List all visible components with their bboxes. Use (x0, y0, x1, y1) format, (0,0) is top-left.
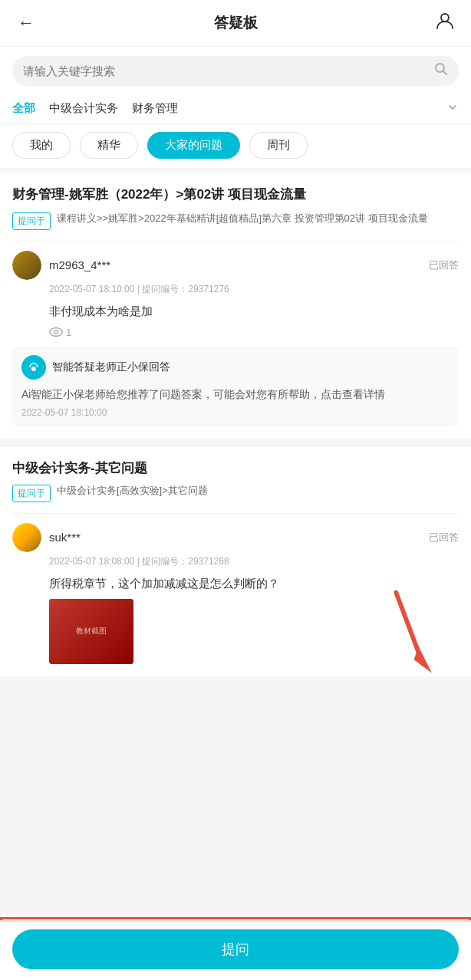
filter-weekly[interactable]: 周刊 (249, 132, 308, 159)
user-row-2: suk*** 已回答 (12, 523, 459, 552)
svg-point-0 (441, 14, 449, 21)
user-icon[interactable] (433, 11, 457, 35)
search-input[interactable] (23, 64, 434, 77)
ai-header-1: 智能答疑老师正小保回答 (21, 355, 450, 380)
svg-point-3 (50, 328, 62, 337)
question-text-1: 非付现成本为啥是加 (49, 302, 459, 321)
eye-icon (49, 327, 63, 337)
category-all[interactable]: 全部 (12, 101, 35, 116)
filter-everyone[interactable]: 大家的问题 (147, 132, 240, 159)
header: ← 答疑板 (0, 0, 471, 47)
card-2-title: 中级会计实务-其它问题 (12, 459, 459, 477)
svg-point-6 (31, 367, 36, 371)
status-2: 已回答 (429, 531, 459, 544)
card-1-tag-row: 提问于 课程讲义>>姚军胜>2022年基础精讲[超值精品]第六章 投资管理第02… (12, 211, 459, 230)
ai-time-1: 2022-05-07 18:10:00 (21, 407, 450, 418)
card-2-tag-row: 提问于 中级会计实务[高效实验]>其它问题 (12, 483, 459, 502)
search-icon (434, 62, 448, 80)
svg-point-4 (54, 331, 58, 334)
card-1-title: 财务管理-姚军胜（2022年）>第02讲 项目现金流量 (12, 185, 459, 205)
back-button[interactable]: ← (14, 13, 38, 33)
category-intermediate[interactable]: 中级会计实务 (49, 101, 118, 116)
username-2: suk*** (49, 531, 81, 544)
avatar-2 (12, 523, 41, 552)
search-bar (0, 47, 471, 95)
card-2: 中级会计实务-其它问题 提问于 中级会计实务[高效实验]>其它问题 suk***… (0, 447, 471, 676)
user-row-1: m2963_4*** 已回答 (12, 251, 459, 280)
card-1: 财务管理-姚军胜（2022年）>第02讲 项目现金流量 提问于 课程讲义>>姚军… (0, 173, 471, 439)
avatar-1 (12, 251, 41, 280)
card-1-tag: 提问于 (12, 212, 51, 230)
image-placeholder-text: 教材截图 (73, 623, 110, 640)
arrow-container: 教材截图 (12, 599, 459, 664)
annotation-arrow (367, 584, 443, 691)
view-row-1: 1 (49, 327, 459, 338)
question-image: 教材截图 (49, 599, 133, 664)
user-left-1: m2963_4*** (12, 251, 110, 280)
user-left-2: suk*** (12, 523, 81, 552)
svg-marker-8 (414, 646, 432, 673)
ai-name-1: 智能答疑老师正小保回答 (52, 360, 170, 374)
meta-2: 2022-05-07 18:08:00 | 提问编号：29371268 (49, 555, 459, 568)
page-title: 答疑板 (214, 13, 258, 33)
filter-highlights[interactable]: 精华 (80, 132, 138, 159)
question-item-2: suk*** 已回答 2022-05-07 18:08:00 | 提问编号：29… (12, 513, 459, 664)
svg-line-2 (443, 71, 447, 75)
ai-reply-1[interactable]: 智能答疑老师正小保回答 Ai智能正小保老师给您推荐了问题答案，可能会对您有所帮助… (12, 346, 459, 427)
question-text-2: 所得税章节，这个加加减减这是怎么判断的？ (49, 574, 459, 593)
svg-line-7 (396, 593, 423, 664)
card-1-tag-text: 课程讲义>>姚军胜>2022年基础精讲[超值精品]第六章 投资管理第02讲 项目… (57, 211, 428, 226)
card-2-tag: 提问于 (12, 485, 51, 502)
content-area: 财务管理-姚军胜（2022年）>第02讲 项目现金流量 提问于 课程讲义>>姚军… (0, 173, 471, 745)
ask-button[interactable]: 提问 (12, 929, 459, 969)
ai-text-1: Ai智能正小保老师给您推荐了问题答案，可能会对您有所帮助，点击查看详情 (21, 386, 450, 403)
bottom-bar: 提问 (0, 920, 471, 980)
card-2-tag-text: 中级会计实务[高效实验]>其它问题 (57, 483, 208, 498)
filter-mine[interactable]: 我的 (12, 132, 71, 159)
username-1: m2963_4*** (49, 258, 110, 271)
meta-1: 2022-05-07 18:10:00 | 提问编号：29371276 (49, 283, 459, 296)
category-bar: 全部 中级会计实务 财务管理 (0, 95, 471, 124)
status-1: 已回答 (429, 258, 459, 272)
category-finance[interactable]: 财务管理 (132, 101, 178, 116)
category-dropdown-icon[interactable] (446, 101, 459, 116)
question-item-1: m2963_4*** 已回答 2022-05-07 18:10:00 | 提问编… (12, 241, 459, 427)
view-count-1: 1 (66, 327, 71, 338)
ai-avatar-1 (21, 355, 46, 380)
filter-bar: 我的 精华 大家的问题 周刊 (0, 124, 471, 173)
